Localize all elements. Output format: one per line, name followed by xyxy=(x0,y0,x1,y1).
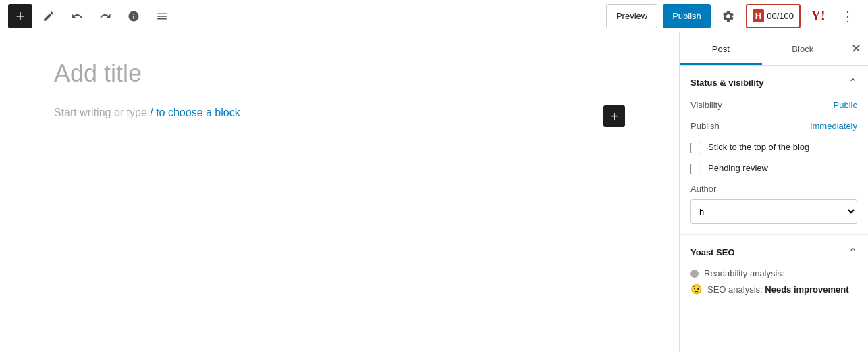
readability-dot-icon xyxy=(690,270,699,278)
seo-text: SEO analysis: Needs improvement xyxy=(707,284,849,295)
redo-button[interactable] xyxy=(93,4,117,28)
pending-review-checkbox[interactable] xyxy=(690,164,701,174)
hemingway-score: 00/100 xyxy=(767,11,794,21)
redo-icon xyxy=(99,10,111,22)
gear-icon xyxy=(722,9,735,23)
editor-title[interactable]: Add title xyxy=(54,59,625,88)
pending-review-label: Pending review xyxy=(708,163,768,173)
pending-review-row: Pending review xyxy=(690,163,857,174)
stick-top-label: Stick to the top of the blog xyxy=(708,142,809,152)
yoast-badge[interactable]: Y! xyxy=(806,4,830,28)
close-icon: ✕ xyxy=(851,41,861,56)
more-icon: ⋮ xyxy=(841,8,855,24)
visibility-value[interactable]: Public xyxy=(834,100,857,110)
author-select[interactable]: h xyxy=(690,199,857,224)
editor-body-wrapper: Start writing or type / to choose a bloc… xyxy=(54,104,625,127)
add-block-button[interactable]: + xyxy=(8,4,32,28)
editor-placeholder-text: Start writing or type xyxy=(54,107,150,118)
visibility-label: Visibility xyxy=(690,100,722,110)
inline-add-block-button[interactable]: + xyxy=(603,105,625,127)
publish-value[interactable]: Immediately xyxy=(810,121,857,131)
undo-icon xyxy=(71,10,83,22)
settings-button[interactable] xyxy=(716,4,740,28)
sidebar-tabs: Post Block ✕ xyxy=(680,32,868,66)
yoast-seo-section: Yoast SEO ⌃ Readability analysis: 😟 SEO … xyxy=(680,235,868,311)
chevron-up-icon: ⌃ xyxy=(848,76,857,89)
undo-button[interactable] xyxy=(65,4,89,28)
list-view-button[interactable] xyxy=(150,4,174,28)
close-sidebar-button[interactable]: ✕ xyxy=(844,32,868,65)
yoast-chevron-up-icon: ⌃ xyxy=(848,246,857,259)
toolbar-left: + xyxy=(8,4,601,28)
toolbar-right: Preview Publish H 00/100 Y! ⋮ xyxy=(606,4,860,28)
publish-label: Publish xyxy=(690,121,720,131)
editor-area[interactable]: Add title Start writing or type / to cho… xyxy=(0,32,679,352)
seo-warning-icon: 😟 xyxy=(690,284,702,295)
author-section: Author h xyxy=(690,184,857,224)
readability-text: Readability analysis: xyxy=(704,268,784,278)
more-options-button[interactable]: ⋮ xyxy=(836,4,860,28)
edit-mode-button[interactable] xyxy=(36,4,61,28)
tab-post[interactable]: Post xyxy=(680,32,762,65)
status-visibility-body: Visibility Public Publish Immediately St… xyxy=(680,100,868,234)
stick-top-row: Stick to the top of the blog xyxy=(690,142,857,153)
toolbar: + xyxy=(0,0,868,32)
editor-body[interactable]: Start writing or type / to choose a bloc… xyxy=(54,104,595,122)
visibility-row: Visibility Public xyxy=(690,100,857,110)
hemingway-badge[interactable]: H 00/100 xyxy=(746,4,801,28)
yoast-icon: Y! xyxy=(811,8,825,24)
status-visibility-header[interactable]: Status & visibility ⌃ xyxy=(680,66,868,100)
info-icon xyxy=(128,10,140,22)
sidebar: Post Block ✕ Status & visibility ⌃ Visib… xyxy=(679,32,868,352)
list-view-icon xyxy=(156,10,168,22)
preview-button[interactable]: Preview xyxy=(606,4,657,28)
publish-button[interactable]: Publish xyxy=(663,4,711,28)
author-label: Author xyxy=(690,184,857,194)
seo-analysis-item: 😟 SEO analysis: Needs improvement xyxy=(690,284,857,295)
stick-top-checkbox[interactable] xyxy=(690,143,701,153)
status-visibility-section: Status & visibility ⌃ Visibility Public … xyxy=(680,66,868,235)
readability-item: Readability analysis: xyxy=(690,268,857,278)
slash-command-hint: / to choose a block xyxy=(150,107,240,118)
hemingway-h-icon: H xyxy=(753,9,764,22)
publish-row: Publish Immediately xyxy=(690,121,857,131)
yoast-seo-title: Yoast SEO xyxy=(690,247,735,257)
status-visibility-title: Status & visibility xyxy=(690,78,763,88)
info-button[interactable] xyxy=(121,4,146,28)
pen-icon xyxy=(43,10,55,22)
yoast-seo-header[interactable]: Yoast SEO ⌃ xyxy=(690,246,857,259)
main-layout: Add title Start writing or type / to cho… xyxy=(0,32,868,352)
tab-block[interactable]: Block xyxy=(762,32,844,65)
